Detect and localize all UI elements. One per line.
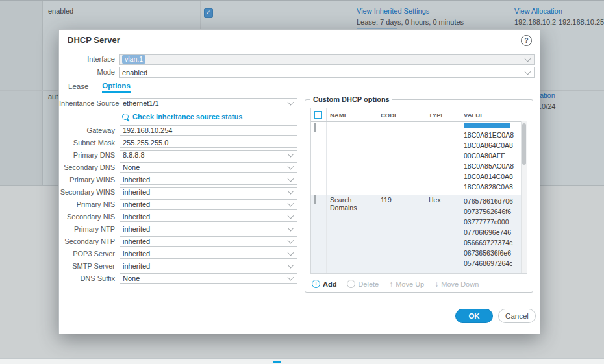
value-line: 076578616d706 [464, 196, 523, 206]
primary-ntp-label: Primary NTP [59, 225, 120, 233]
select-all-checkbox[interactable] [314, 111, 322, 119]
chevron-down-icon [288, 200, 294, 206]
value-cell: 18C0A81EC0A8 18C0A864C0A8 00C0A80AFE 18C… [460, 122, 527, 195]
value-line: 07706f696e746 [464, 227, 523, 237]
gateway-input[interactable] [120, 125, 297, 136]
code-cell [377, 122, 425, 195]
secondary-dns-select[interactable]: None [120, 162, 297, 173]
gateway-row: Gateway [59, 124, 301, 136]
type-cell: Hex [425, 195, 460, 273]
move-up-button[interactable]: Move Up [389, 280, 424, 288]
primary-wins-select[interactable]: inherited [120, 175, 297, 185]
selected-value-partial[interactable] [464, 123, 510, 128]
secondary-wins-select[interactable]: inherited [120, 187, 297, 197]
secondary-wins-value: inherited [123, 188, 150, 196]
options-form: Inheritance Source ethernet1/1 Check inh… [59, 97, 301, 284]
table-toolbar: Add Delete Move Up Move Down [312, 280, 479, 288]
search-icon [122, 114, 129, 120]
primary-nis-select[interactable]: inherited [120, 199, 297, 210]
chevron-down-icon [288, 188, 294, 194]
mode-row: Mode enabled [59, 67, 540, 78]
type-cell [425, 122, 460, 195]
mode-value: enabled [122, 69, 147, 77]
name-cell: Search Domains [327, 195, 377, 273]
subnet-mask-input[interactable] [120, 138, 297, 148]
add-label: Add [323, 280, 336, 288]
col-header-name: NAME [327, 108, 377, 121]
ok-button[interactable]: OK [455, 309, 493, 323]
col-header-code: CODE [377, 108, 425, 121]
dns-suffix-select[interactable]: None [120, 273, 297, 284]
pop3-server-select[interactable]: inherited [120, 249, 297, 259]
secondary-ntp-select[interactable]: inherited [120, 236, 297, 247]
row-checkbox-cell [311, 122, 327, 195]
help-icon[interactable]: ? [521, 35, 532, 46]
delete-button[interactable]: Delete [347, 280, 379, 288]
value-line: 18C0A81EC0A8 [464, 130, 523, 140]
smtp-server-label: SMTP Server [59, 262, 120, 270]
dialog-tabs: Lease Options [68, 82, 131, 93]
mode-select[interactable]: enabled [119, 67, 535, 78]
secondary-ntp-label: Secondary NTP [59, 237, 120, 245]
secondary-nis-label: Secondary NIS [59, 213, 120, 221]
secondary-ntp-value: inherited [123, 237, 150, 245]
inheritance-source-row: Inheritance Source ethernet1/1 [59, 97, 301, 109]
dialog-title: DHCP Server [68, 35, 120, 45]
value-line: 057468697264c [464, 258, 523, 269]
add-button[interactable]: Add [312, 280, 336, 288]
scrollbar-thumb[interactable] [522, 123, 526, 165]
mode-label: Mode [59, 67, 115, 78]
primary-nis-value: inherited [123, 200, 150, 208]
smtp-server-select[interactable]: inherited [120, 261, 297, 271]
up-arrow-icon [389, 280, 393, 288]
check-inheritance-row: Check inheritance source status [59, 109, 301, 124]
primary-dns-value: 8.8.8.8 [123, 151, 145, 159]
option-row[interactable]: 18C0A81EC0A8 18C0A864C0A8 00C0A80AFE 18C… [311, 122, 527, 195]
dhcp-server-dialog: DHCP Server ? Interface vlan.1 Mode enab… [58, 29, 540, 334]
plus-icon [312, 280, 320, 288]
pop3-server-row: POP3 Server inherited [59, 247, 301, 260]
primary-wins-label: Primary WINS [59, 176, 120, 184]
primary-nis-row: Primary NIS inherited [59, 198, 301, 210]
chevron-down-icon [525, 55, 531, 62]
col-header-value: VALUE [460, 108, 527, 121]
chevron-down-icon [525, 68, 531, 75]
table-scrollbar[interactable] [521, 121, 527, 273]
row-checkbox[interactable] [314, 123, 316, 132]
secondary-nis-select[interactable]: inherited [120, 212, 297, 222]
move-down-label: Move Down [441, 280, 479, 288]
subnet-mask-row: Subnet Mask [59, 136, 301, 149]
secondary-nis-row: Secondary NIS inherited [59, 210, 301, 223]
page-footer [0, 358, 604, 364]
option-row[interactable]: Search Domains 119 Hex 076578616d706 097… [311, 195, 527, 273]
row-checkbox-cell [311, 195, 327, 273]
cancel-button[interactable]: Cancel [498, 309, 536, 323]
value-line: 067365636f6e6 [464, 248, 523, 258]
value-line: 18C0A864C0A8 [464, 140, 523, 151]
secondary-dns-value: None [123, 164, 140, 171]
interface-row: Interface vlan.1 [59, 54, 540, 65]
tab-divider [95, 82, 95, 90]
inheritance-source-select[interactable]: ethernet1/1 [120, 98, 297, 108]
name-cell [327, 122, 377, 195]
screen: enabled View Inherited Settings Lease: 7… [0, 0, 604, 364]
col-header-type: TYPE [425, 108, 460, 121]
primary-dns-select[interactable]: 8.8.8.8 [120, 150, 297, 160]
chevron-down-icon [288, 249, 294, 256]
row-checkbox[interactable] [314, 195, 316, 204]
dns-suffix-label: DNS Suffix [59, 274, 120, 282]
primary-ntp-row: Primary NTP inherited [59, 223, 301, 235]
primary-dns-label: Primary DNS [59, 151, 120, 159]
chevron-down-icon [288, 175, 294, 182]
check-inheritance-link[interactable]: Check inheritance source status [132, 113, 242, 121]
value-line: 03777777c000 [464, 217, 523, 227]
primary-ntp-select[interactable]: inherited [120, 224, 297, 234]
value-cell: 076578616d706 09737562646f6 03777777c000… [460, 195, 527, 273]
move-down-button[interactable]: Move Down [434, 280, 479, 288]
interface-select[interactable]: vlan.1 [119, 54, 535, 65]
code-cell: 119 [377, 195, 425, 273]
tab-options[interactable]: Options [102, 82, 130, 93]
tab-lease[interactable]: Lease [68, 82, 88, 92]
inheritance-source-value: ethernet1/1 [123, 99, 159, 107]
minus-icon [347, 280, 355, 288]
